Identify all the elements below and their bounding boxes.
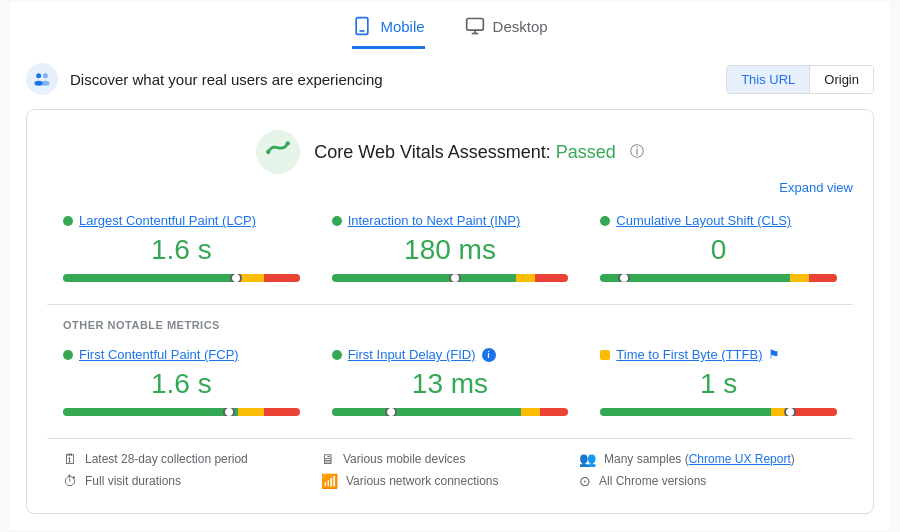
fcp-bar-green (63, 408, 238, 416)
inp-value: 180 ms (332, 234, 569, 266)
inp-bar-green (332, 274, 517, 282)
inp-marker (449, 274, 461, 282)
cls-bar-red (809, 274, 837, 282)
cls-label-row: Cumulative Layout Shift (CLS) (600, 213, 837, 228)
fcp-label-row: First Contentful Paint (FCP) (63, 347, 300, 362)
lcp-link[interactable]: Largest Contentful Paint (LCP) (79, 213, 256, 228)
footer-samples: 👥 Many samples (Chrome UX Report) (579, 451, 837, 467)
lcp-marker (230, 274, 242, 282)
ttfb-value: 1 s (600, 368, 837, 400)
fid-value: 13 ms (332, 368, 569, 400)
footer-mobile-devices: 🖥 Various mobile devices (321, 451, 579, 467)
cwv-icon (256, 130, 300, 174)
svg-point-5 (36, 73, 41, 78)
main-card: Core Web Vitals Assessment: Passed ⓘ Exp… (26, 109, 874, 514)
fid-bar-red (540, 408, 568, 416)
tab-desktop[interactable]: Desktop (465, 16, 548, 49)
cls-bar-yellow (790, 274, 809, 282)
cls-metric: Cumulative Layout Shift (CLS) 0 (584, 205, 853, 294)
ttfb-metric: Time to First Byte (TTFB) ⚑ 1 s (584, 339, 853, 428)
ttfb-marker (784, 408, 796, 416)
main-metrics-grid: Largest Contentful Paint (LCP) 1.6 s Int… (47, 205, 853, 294)
ttfb-bar-green (600, 408, 770, 416)
fid-info-dot: i (482, 348, 496, 362)
chrome-ux-link[interactable]: Chrome UX Report (689, 452, 791, 466)
header-left: Discover what your real users are experi… (26, 63, 383, 95)
lcp-value: 1.6 s (63, 234, 300, 266)
cls-bar (600, 274, 837, 282)
cls-value: 0 (600, 234, 837, 266)
svg-point-8 (41, 81, 49, 86)
svg-rect-0 (357, 18, 369, 35)
origin-button[interactable]: Origin (810, 66, 873, 93)
fcp-dot (63, 350, 73, 360)
inp-metric: Interaction to Next Paint (INP) 180 ms (316, 205, 585, 294)
footer-visit-text: Full visit durations (85, 474, 181, 488)
calendar-icon: 🗓 (63, 451, 77, 467)
footer-col-3: 👥 Many samples (Chrome UX Report) ⊙ All … (579, 451, 837, 489)
fid-label-row: First Input Delay (FID) i (332, 347, 569, 362)
footer-info: 🗓 Latest 28-day collection period ⏱ Full… (47, 438, 853, 493)
tab-bar: Mobile Desktop (10, 2, 890, 49)
ttfb-label-row: Time to First Byte (TTFB) ⚑ (600, 347, 837, 362)
footer-chrome-versions: ⊙ All Chrome versions (579, 473, 837, 489)
cls-link[interactable]: Cumulative Layout Shift (CLS) (616, 213, 791, 228)
fcp-bar (63, 408, 300, 416)
fid-bar-yellow (521, 408, 540, 416)
footer-chrome-text: All Chrome versions (599, 474, 706, 488)
chrome-icon: ⊙ (579, 473, 591, 489)
tab-mobile-label: Mobile (380, 18, 424, 35)
lcp-bar-red (264, 274, 299, 282)
expand-link[interactable]: Expand view (779, 180, 853, 195)
ttfb-bar-red (794, 408, 837, 416)
inp-link[interactable]: Interaction to Next Paint (INP) (348, 213, 521, 228)
cwv-info-icon[interactable]: ⓘ (630, 143, 644, 161)
desktop-icon (465, 16, 485, 36)
lcp-bar-green (63, 274, 240, 282)
cls-dot (600, 216, 610, 226)
inp-bar (332, 274, 569, 282)
cwv-header: Core Web Vitals Assessment: Passed ⓘ (47, 130, 853, 174)
inp-bar-yellow (516, 274, 535, 282)
mobile-icon (352, 16, 372, 36)
this-url-button[interactable]: This URL (727, 66, 810, 93)
inp-label-row: Interaction to Next Paint (INP) (332, 213, 569, 228)
fid-marker (385, 408, 397, 416)
section-divider (47, 304, 853, 305)
cls-marker (618, 274, 630, 282)
svg-point-9 (266, 150, 270, 154)
inp-dot (332, 216, 342, 226)
svg-point-10 (286, 141, 290, 145)
footer-samples-text: Many samples (Chrome UX Report) (604, 452, 795, 466)
other-metrics-grid: First Contentful Paint (FCP) 1.6 s First (47, 339, 853, 428)
url-toggle: This URL Origin (726, 65, 874, 94)
lcp-metric: Largest Contentful Paint (LCP) 1.6 s (47, 205, 316, 294)
footer-col-2: 🖥 Various mobile devices 📶 Various netwo… (321, 451, 579, 489)
fcp-metric: First Contentful Paint (FCP) 1.6 s (47, 339, 316, 428)
wifi-icon: 📶 (321, 473, 338, 489)
cwv-status: Passed (556, 142, 616, 162)
footer-collection-text: Latest 28-day collection period (85, 452, 248, 466)
cwv-title: Core Web Vitals Assessment: Passed (314, 142, 615, 163)
users-icon: 👥 (579, 451, 596, 467)
footer-network-text: Various network connections (346, 474, 499, 488)
fcp-bar-red (264, 408, 299, 416)
tab-desktop-label: Desktop (493, 18, 548, 35)
footer-collection-period: 🗓 Latest 28-day collection period (63, 451, 321, 467)
fid-metric: First Input Delay (FID) i 13 ms (316, 339, 585, 428)
ttfb-link[interactable]: Time to First Byte (TTFB) (616, 347, 762, 362)
footer-col-1: 🗓 Latest 28-day collection period ⏱ Full… (63, 451, 321, 489)
other-metrics-label: OTHER NOTABLE METRICS (47, 315, 853, 339)
ttfb-warning-icon: ⚑ (768, 347, 780, 362)
fcp-bar-yellow (238, 408, 264, 416)
ttfb-dot (600, 350, 610, 360)
clock-icon: ⏱ (63, 473, 77, 489)
tab-mobile[interactable]: Mobile (352, 16, 424, 49)
expand-row: Expand view (47, 180, 853, 195)
inp-bar-red (535, 274, 568, 282)
fid-link[interactable]: First Input Delay (FID) (348, 347, 476, 362)
fcp-link[interactable]: First Contentful Paint (FCP) (79, 347, 239, 362)
fcp-marker (223, 408, 235, 416)
lcp-bar-yellow (240, 274, 264, 282)
svg-point-6 (43, 73, 48, 78)
